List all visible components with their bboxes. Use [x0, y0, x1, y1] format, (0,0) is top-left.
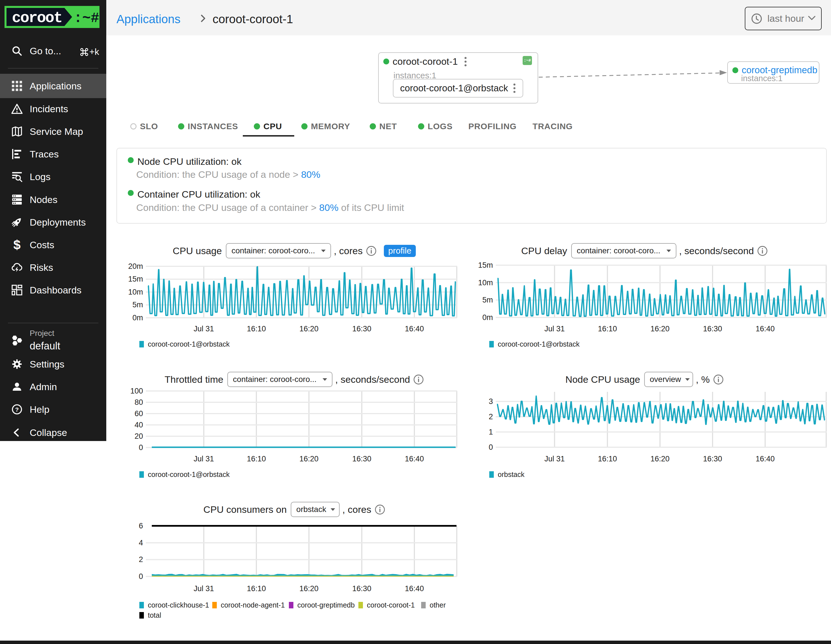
svg-text::~#: :~# [74, 10, 99, 26]
svg-text:?: ? [15, 406, 19, 413]
svg-text:coroot: coroot [12, 10, 63, 27]
